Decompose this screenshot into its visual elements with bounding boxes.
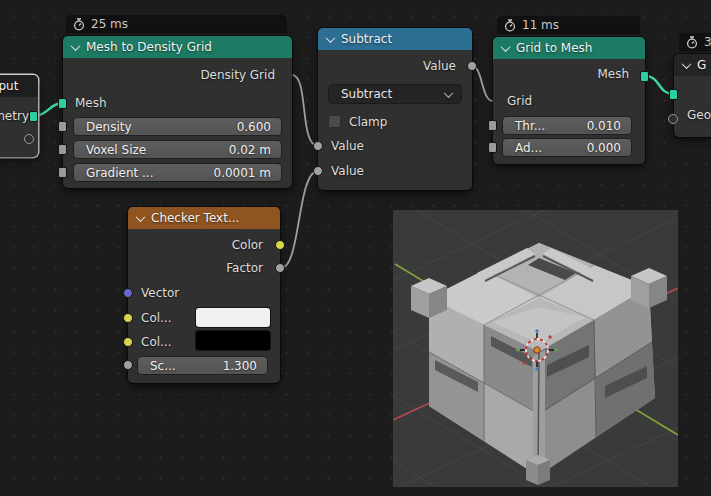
node-title: Subtract	[341, 32, 392, 46]
field-label: Ad...	[515, 141, 542, 155]
field-label: Sc...	[150, 359, 176, 373]
color-output-label: Color	[232, 238, 263, 252]
socket-geometry-output[interactable]	[29, 111, 38, 122]
timing-value: 25 ms	[91, 17, 128, 31]
socket-unused-input[interactable]	[668, 114, 678, 124]
node-group-input[interactable]: Group Input Geometry	[0, 75, 38, 157]
mesh-input-label: Mesh	[75, 96, 107, 110]
node-header[interactable]: Subtract	[318, 28, 472, 50]
node-group-output[interactable]: 3 G Geo	[674, 33, 711, 137]
factor-output-label: Factor	[226, 261, 263, 275]
geometry-input-label: Geo	[687, 108, 711, 122]
socket-geometry-input[interactable]	[669, 89, 678, 100]
timer-icon	[504, 19, 516, 32]
socket-color-output[interactable]	[275, 240, 285, 250]
clamp-checkbox[interactable]	[328, 115, 341, 128]
timer-icon	[686, 36, 698, 49]
node-editor-background[interactable]: Group Input Geometry 25 ms Mesh to Densi…	[0, 0, 711, 496]
timing-badge: 3	[679, 33, 711, 51]
node-header[interactable]: G	[674, 54, 711, 76]
collapse-chevron-icon[interactable]	[136, 212, 146, 222]
mesh-output-label: Mesh	[597, 67, 629, 81]
socket-value-output[interactable]	[467, 61, 477, 71]
socket-unused-output[interactable]	[24, 134, 34, 144]
socket-color2-input[interactable]	[123, 337, 133, 347]
3d-viewport[interactable]	[393, 210, 678, 487]
geometry-output-label: Geometry	[0, 109, 29, 123]
value-input-label-2: Value	[331, 164, 364, 178]
field-value: 0.010	[587, 119, 621, 133]
gradient-slider[interactable]: Gradient ... 0.0001 m	[74, 164, 281, 181]
voxel-size-slider[interactable]: Voxel Size 0.02 m	[74, 141, 281, 158]
socket-factor-output[interactable]	[275, 263, 285, 273]
socket-density-input[interactable]	[58, 121, 67, 132]
color2-swatch[interactable]	[196, 331, 270, 350]
wire-value-to-grid	[472, 66, 493, 101]
group-input-header[interactable]: Group Input	[0, 75, 38, 97]
value-output-label: Value	[423, 59, 456, 73]
socket-scale-input[interactable]	[123, 360, 133, 370]
socket-voxel-size-input[interactable]	[58, 144, 67, 155]
socket-mesh-output[interactable]	[640, 71, 649, 82]
viewport-render	[393, 210, 678, 487]
operation-dropdown[interactable]: Subtract	[329, 85, 461, 103]
socket-vector-input[interactable]	[123, 288, 133, 298]
adaptivity-slider[interactable]: Ad... 0.000	[503, 139, 631, 156]
wire-densitygrid-to-value	[292, 75, 318, 146]
field-label: Thr...	[515, 119, 545, 133]
collapse-chevron-icon[interactable]	[501, 42, 511, 52]
node-title: Checker Text...	[151, 211, 239, 225]
density-slider[interactable]: Density 0.600	[74, 118, 281, 135]
field-label: Density	[86, 120, 132, 134]
socket-threshold-input[interactable]	[488, 120, 497, 131]
collapse-chevron-icon[interactable]	[682, 59, 692, 69]
node-title: Mesh to Density Grid	[86, 40, 212, 54]
operation-value: Subtract	[341, 87, 392, 101]
field-label: Gradient ...	[86, 166, 154, 180]
checker-cube-mesh[interactable]	[411, 243, 667, 485]
node-grid-to-mesh[interactable]: 11 ms Grid to Mesh Mesh Grid Thr... 0.01…	[493, 16, 645, 164]
timing-badge: 25 ms	[66, 15, 287, 33]
vector-input-label: Vector	[141, 286, 179, 300]
node-subtract[interactable]: Subtract Value Subtract Clamp Value Valu…	[318, 28, 472, 190]
timer-icon	[73, 18, 85, 31]
scale-slider[interactable]: Sc... 1.300	[138, 357, 267, 374]
node-header[interactable]: Grid to Mesh	[493, 37, 645, 59]
node-title: Group Input	[0, 79, 18, 93]
socket-color1-input[interactable]	[123, 313, 133, 323]
field-value: 0.0001 m	[214, 166, 272, 180]
dropdown-chevron-icon	[444, 88, 454, 98]
socket-adaptivity-input[interactable]	[488, 142, 497, 153]
density-grid-output-label: Density Grid	[200, 68, 275, 82]
color2-input-label: Col...	[141, 335, 172, 349]
color1-input-label: Col...	[141, 311, 172, 325]
node-title: Grid to Mesh	[516, 41, 592, 55]
node-title: G	[697, 58, 706, 72]
collapse-chevron-icon[interactable]	[71, 41, 81, 51]
socket-gradient-input[interactable]	[58, 167, 67, 178]
grid-input-label: Grid	[507, 94, 532, 108]
timing-value: 11 ms	[522, 18, 559, 32]
node-header[interactable]: Mesh to Density Grid	[63, 36, 292, 58]
node-mesh-to-density-grid[interactable]: 25 ms Mesh to Density Grid Density Grid …	[63, 15, 292, 188]
node-header[interactable]: Checker Text...	[128, 207, 280, 229]
clamp-label: Clamp	[349, 115, 387, 129]
field-value: 0.02 m	[229, 143, 271, 157]
timing-value: 3	[704, 35, 711, 49]
socket-value-input-2[interactable]	[313, 166, 323, 176]
field-label: Voxel Size	[86, 143, 146, 157]
field-value: 1.300	[223, 359, 257, 373]
timing-badge: 11 ms	[497, 16, 640, 34]
threshold-slider[interactable]: Thr... 0.010	[503, 117, 631, 134]
socket-value-input-1[interactable]	[313, 141, 323, 151]
color1-swatch[interactable]	[196, 308, 270, 327]
socket-mesh-input[interactable]	[58, 98, 67, 109]
value-input-label-1: Value	[331, 139, 364, 153]
field-value: 0.600	[237, 120, 271, 134]
node-checker-texture[interactable]: Checker Text... Color Factor Vector Col.…	[128, 207, 280, 383]
collapse-chevron-icon[interactable]	[326, 33, 336, 43]
field-value: 0.000	[587, 141, 621, 155]
